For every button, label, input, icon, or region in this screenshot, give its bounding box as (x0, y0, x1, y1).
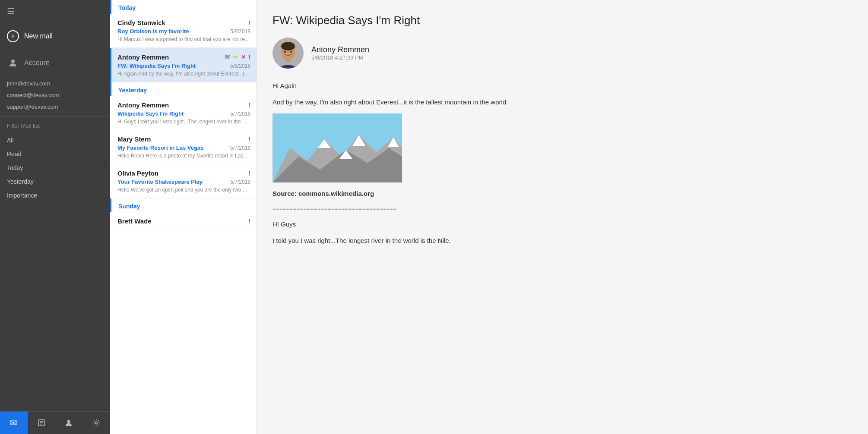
flag-icon: ! (249, 135, 250, 143)
filter-label: Filter Mail list (0, 116, 110, 132)
mail-item[interactable]: Antony Remmen ! Wikipedia Says I'm Right… (110, 96, 257, 130)
new-mail-button[interactable]: + New mail (0, 22, 110, 50)
mail-subject: FW: Wikipedia Says I'm Right (117, 63, 196, 69)
mail-item[interactable]: Cindy Stanwick ! Roy Orbison is my favor… (110, 14, 257, 48)
svg-point-10 (281, 42, 295, 50)
mail-list: Today Cindy Stanwick ! Roy Orbison is my… (110, 0, 257, 434)
body-hi-guys: HI Guys (272, 219, 852, 230)
section-today: Today (110, 0, 257, 14)
svg-point-11 (284, 51, 286, 53)
bottom-settings-button[interactable] (82, 412, 110, 434)
body-greeting: Hi Again (272, 81, 852, 91)
mail-item[interactable]: Olivia Peyton ! Your Favorite Shakespear… (110, 164, 257, 198)
account-label: Account (24, 59, 49, 67)
bottom-mail-button[interactable]: ✉ (0, 412, 28, 434)
mail-preview: Hello We've got an open poll and you are… (117, 187, 250, 193)
sidebar-header: ☰ (0, 0, 110, 22)
mail-item[interactable]: Brett Wade ! (110, 212, 257, 232)
filter-read[interactable]: Read (0, 147, 110, 161)
mail-preview: Hello Robin Here is a photo of my favori… (117, 153, 250, 159)
mail-date: 5/7/2018 (230, 145, 250, 151)
filter-today[interactable]: Today (0, 161, 110, 175)
hamburger-icon[interactable]: ☰ (7, 6, 15, 16)
reply-icon[interactable]: ✉ (225, 53, 231, 61)
mail-sender: Olivia Peyton (117, 170, 158, 177)
svg-point-6 (95, 422, 98, 424)
body-main: And by the way, I'm also right about Eve… (272, 97, 852, 107)
bottom-notes-button[interactable] (28, 412, 55, 434)
new-mail-circle-icon: + (7, 30, 19, 42)
sender-info: Antony Remmen 5/8/2018 4:27:39 PM (311, 45, 369, 61)
delete-icon[interactable]: ✕ (241, 53, 246, 60)
filter-yesterday[interactable]: Yesterday (0, 175, 110, 189)
svg-point-0 (11, 60, 15, 63)
section-yesterday: Yesterday (110, 82, 257, 96)
edit-icon[interactable]: ✏ (233, 53, 238, 60)
mail-date: 5/7/2018 (230, 111, 250, 117)
mail-subject: Your Favorite Shakespeare Play (117, 179, 203, 185)
account-icon (7, 57, 19, 69)
mail-item[interactable]: Antony Remmen ✉ ✏ ✕ ! FW: Wikipedia Says… (110, 48, 257, 82)
mail-preview: HI Guys I told you I was right...The lon… (117, 119, 250, 125)
body-nile: I told you I was right...The longest riv… (272, 236, 852, 246)
mail-subject: Roy Orbison is my favorite (117, 28, 189, 35)
email-sender-row: Antony Remmen 5/8/2018 4:27:39 PM (272, 38, 852, 69)
reading-pane: FW: Wikipedia Says I'm Right Antony (257, 0, 868, 434)
mail-date: 5/7/2018 (230, 179, 250, 185)
mail-date: 5/8/2018 (230, 63, 250, 69)
mail-sender: Cindy Stanwick (117, 19, 165, 26)
filter-all[interactable]: All (0, 133, 110, 147)
section-sunday: Sunday (110, 198, 257, 212)
sender-date: 5/8/2018 4:27:39 PM (311, 54, 369, 61)
email-divider: ==================================== (272, 205, 852, 213)
flag-icon: ! (249, 217, 250, 225)
mail-item[interactable]: Mary Stern ! My Favorite Resort in Las V… (110, 130, 257, 164)
svg-point-5 (67, 420, 70, 423)
email-image (272, 113, 402, 182)
flag-icon: ! (249, 101, 250, 109)
filter-importance[interactable]: Importance (0, 189, 110, 202)
email-john[interactable]: john@devav.com (7, 78, 110, 89)
mail-sender: Mary Stern (117, 135, 151, 143)
mail-preview: Hi Marcus I was surprised to find out th… (117, 36, 250, 42)
sender-name: Antony Remmen (311, 45, 369, 54)
email-connect[interactable]: connect@devav.com (7, 89, 110, 101)
bottom-contacts-button[interactable] (55, 412, 83, 434)
email-source: Source: commons.wikimedia.org (272, 189, 852, 199)
mail-actions: ✉ ✏ ✕ ! (225, 53, 250, 61)
svg-point-12 (290, 51, 292, 53)
mail-date: 5/8/2018 (230, 28, 250, 35)
email-title: FW: Wikipedia Says I'm Right (272, 14, 852, 27)
sidebar: ☰ + New mail Account john@devav.com conn… (0, 0, 110, 434)
mail-sender: Brett Wade (117, 217, 152, 225)
email-body: Hi Again And by the way, I'm also right … (272, 81, 852, 246)
flag-icon: ! (249, 19, 250, 26)
mail-sender: Antony Remmen (117, 53, 169, 61)
account-section[interactable]: Account (0, 50, 110, 76)
filter-list: All Read Today Yesterday Importance (0, 132, 110, 204)
sidebar-bottom: ✉ (0, 411, 110, 434)
flag-icon: ! (249, 53, 250, 61)
mail-sender: Antony Remmen (117, 101, 169, 109)
flag-icon: ! (249, 170, 250, 177)
mail-preview: Hi Again And by the way, I'm also right … (117, 71, 250, 77)
mail-subject: Wikipedia Says I'm Right (117, 110, 184, 117)
new-mail-label: New mail (24, 32, 53, 40)
email-support[interactable]: support@devav.com (7, 101, 110, 113)
account-list: john@devav.com connect@devav.com support… (0, 76, 110, 116)
mail-subject: My Favorite Resort in Las Vegas (117, 145, 203, 151)
avatar (272, 38, 304, 69)
